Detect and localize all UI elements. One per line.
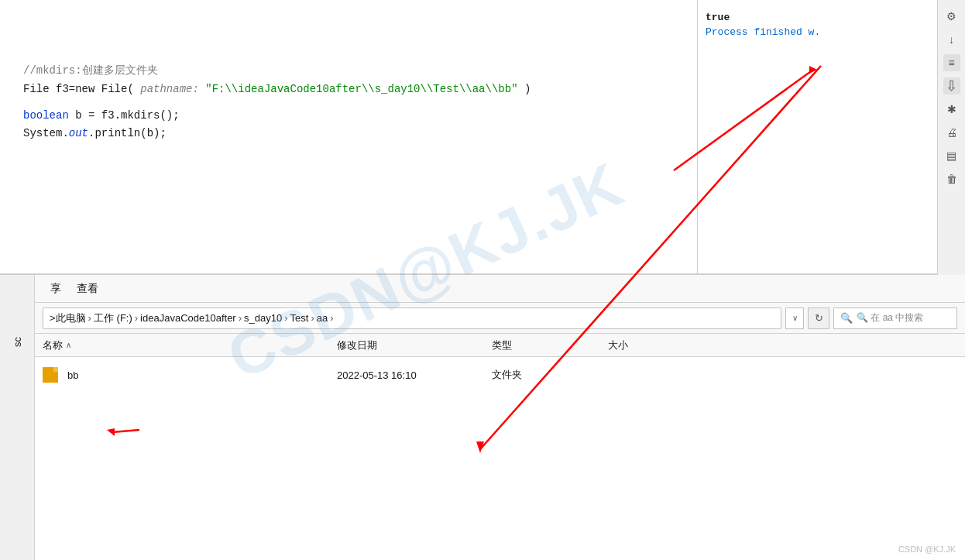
run-icon[interactable]: ✱ bbox=[943, 101, 960, 118]
breadcrumb-computer[interactable]: > bbox=[50, 312, 56, 324]
breadcrumb-day[interactable]: s_day10 bbox=[244, 312, 282, 324]
file-list: bb 2022-05-13 16:10 文件夹 bbox=[35, 357, 965, 393]
settings-icon[interactable]: ⚙ bbox=[943, 8, 960, 25]
filter-icon[interactable]: ⇩ bbox=[943, 77, 960, 94]
explorer-sidebar: sc bbox=[0, 275, 35, 560]
console-process-output: Process finished w. bbox=[706, 26, 957, 38]
code-editor: //mkdirs:创建多层文件夹 File f3=new File( pathn… bbox=[0, 0, 697, 275]
breadcrumb-drive[interactable]: 工作 (F:) bbox=[94, 311, 132, 325]
console-panel: true Process finished w. ⚙ ↓ ≡ ⇩ ✱ 🖨 ▤ 🗑 bbox=[697, 0, 965, 275]
wrap-icon[interactable]: ≡ bbox=[943, 54, 960, 71]
sidebar-label: sc bbox=[12, 337, 23, 347]
console-true-output: true bbox=[706, 12, 957, 23]
code-comment-line: //mkdirs:创建多层文件夹 bbox=[23, 62, 674, 81]
file-name: bb bbox=[67, 369, 78, 381]
menu-view[interactable]: 查看 bbox=[77, 282, 98, 296]
address-refresh[interactable]: ↻ bbox=[808, 307, 829, 329]
print-icon[interactable]: 🖨 bbox=[943, 124, 960, 141]
address-chevron[interactable]: ∨ bbox=[785, 307, 804, 329]
menu-share[interactable]: 享 bbox=[50, 282, 61, 296]
breadcrumb-test[interactable]: Test bbox=[290, 312, 309, 324]
file-name-col: bb bbox=[43, 367, 337, 383]
code-line-mkdirs: boolean b = f3.mkdirs(); bbox=[23, 107, 674, 125]
layout-icon[interactable]: ▤ bbox=[943, 147, 960, 164]
scroll-down-icon[interactable]: ↓ bbox=[943, 31, 960, 48]
file-date: 2022-05-13 16:10 bbox=[337, 369, 492, 381]
sort-arrow: ∧ bbox=[66, 341, 71, 349]
search-placeholder: 🔍 在 aa 中搜索 bbox=[857, 311, 923, 325]
col-header-size[interactable]: 大小 bbox=[608, 338, 701, 352]
folder-icon bbox=[43, 367, 58, 383]
file-explorer: sc 享 查看 > 此电脑 › 工作 (F:) › ideaJavaCode10… bbox=[0, 275, 965, 560]
code-line-file: File f3=new File( pathname: "F:\\ideaJav… bbox=[23, 81, 674, 99]
breadcrumb-aa[interactable]: aa bbox=[317, 312, 328, 324]
search-icon: 🔍 bbox=[840, 312, 853, 324]
address-bar: > 此电脑 › 工作 (F:) › ideaJavaCode10after › … bbox=[35, 303, 965, 334]
console-output: true Process finished w. bbox=[698, 0, 965, 50]
search-box[interactable]: 🔍 🔍 在 aa 中搜索 bbox=[833, 307, 957, 329]
code-line-println: System.out.println(b); bbox=[23, 125, 674, 143]
table-row[interactable]: bb 2022-05-13 16:10 文件夹 bbox=[43, 361, 957, 389]
file-list-header: 名称 ∧ 修改日期 类型 大小 bbox=[35, 334, 965, 357]
breadcrumb-computer-label[interactable]: 此电脑 bbox=[56, 311, 86, 325]
explorer-main: 享 查看 > 此电脑 › 工作 (F:) › ideaJavaCode10aft… bbox=[35, 275, 965, 560]
console-toolbar: ⚙ ↓ ≡ ⇩ ✱ 🖨 ▤ 🗑 bbox=[937, 0, 965, 275]
col-header-date[interactable]: 修改日期 bbox=[337, 338, 492, 352]
col-header-type[interactable]: 类型 bbox=[492, 338, 608, 352]
col-header-name[interactable]: 名称 ∧ bbox=[43, 338, 337, 352]
menu-bar: 享 查看 bbox=[35, 275, 965, 303]
breadcrumb-path: > 此电脑 › 工作 (F:) › ideaJavaCode10after › … bbox=[43, 307, 781, 329]
breadcrumb-project[interactable]: ideaJavaCode10after bbox=[140, 312, 236, 324]
delete-icon[interactable]: 🗑 bbox=[943, 170, 960, 187]
file-type: 文件夹 bbox=[492, 368, 608, 382]
